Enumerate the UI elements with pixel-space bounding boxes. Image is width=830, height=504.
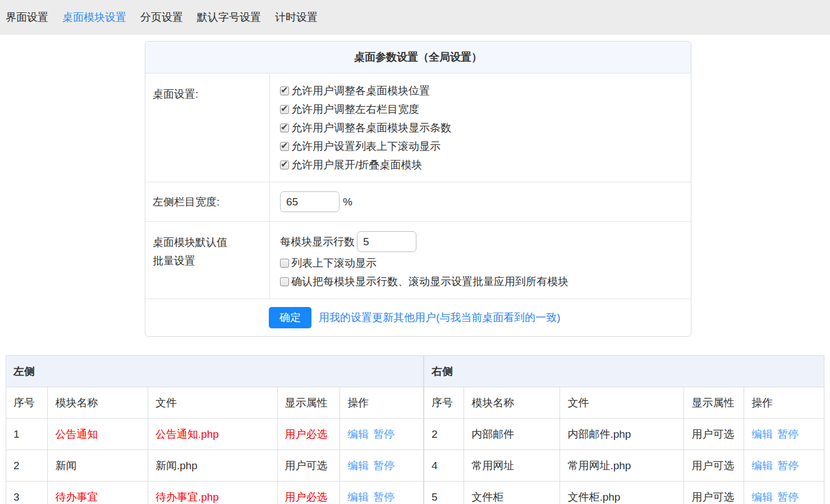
pause-link[interactable]: 暂停: [777, 491, 799, 503]
col-header-attr: 显示属性: [684, 387, 744, 419]
left-modules-table: 左侧 序号 模块名称 文件 显示属性 操作 1 公告通知 公告通知.php 用户…: [6, 355, 424, 504]
cell-display-attr: 用户可选: [277, 450, 340, 482]
col-header-attr: 显示属性: [277, 387, 340, 419]
cell-file: 常用网址.php: [560, 450, 684, 482]
checkbox-label: 允许用户调整各桌面模块位置: [291, 84, 430, 98]
col-header-file: 文件: [560, 387, 684, 419]
left-table-header: 序号 模块名称 文件 显示属性 操作: [6, 387, 424, 419]
confirm-button[interactable]: 确定: [269, 307, 311, 328]
list-scroll-option[interactable]: 列表上下滚动显示: [280, 254, 683, 272]
edit-link[interactable]: 编辑: [751, 491, 773, 503]
cell-operations: 编辑暂停: [744, 450, 824, 482]
allow-move-modules-checkbox[interactable]: [280, 86, 289, 95]
col-header-name: 模块名称: [48, 387, 148, 419]
cell-module-name: 公告通知: [48, 419, 148, 450]
cell-display-attr: 用户可选: [684, 419, 744, 450]
rows-per-module-input[interactable]: [357, 231, 416, 252]
cell-operations: 编辑暂停: [340, 450, 424, 482]
cell-module-name: 文件柜: [464, 482, 560, 504]
col-header-no: 序号: [424, 387, 464, 419]
col-header-op: 操作: [340, 387, 424, 419]
checkbox-label: 允许用户展开/折叠桌面模块: [291, 158, 422, 172]
percent-unit-label: %: [343, 196, 352, 208]
cell-display-attr: 用户必选: [277, 419, 340, 450]
left-section-title: 左侧: [6, 356, 424, 387]
checkbox-label: 确认把每模块显示行数、滚动显示设置批量应用到所有模块: [291, 274, 568, 289]
allow-scroll-display-option[interactable]: 允许用户设置列表上下滚动显示: [280, 137, 683, 155]
cell-no: 2: [6, 450, 48, 482]
edit-link[interactable]: 编辑: [347, 460, 369, 471]
allow-collapse-modules-option[interactable]: 允许用户展开/折叠桌面模块: [280, 155, 683, 174]
cell-operations: 编辑暂停: [340, 419, 424, 450]
desktop-params-panel: 桌面参数设置（全局设置） 桌面设置: 允许用户调整各桌面模块位置 允许用户调整左…: [145, 41, 691, 337]
cell-file: 文件柜.php: [560, 482, 684, 504]
panel-title: 桌面参数设置（全局设置）: [145, 42, 691, 74]
cell-operations: 编辑暂停: [340, 482, 424, 504]
pause-link[interactable]: 暂停: [373, 428, 395, 440]
cell-module-name: 待办事宜: [48, 482, 148, 504]
left-column-width-row: 左侧栏目宽度: %: [145, 182, 691, 221]
cell-no: 5: [424, 482, 464, 504]
left-column-width-label: 左侧栏目宽度:: [145, 182, 270, 221]
cell-file: 内部邮件.php: [560, 419, 684, 450]
checkbox-label: 允许用户设置列表上下滚动显示: [291, 139, 441, 154]
cell-file: 公告通知.php: [148, 419, 277, 450]
update-other-users-link[interactable]: 用我的设置更新其他用户(与我当前桌面看到的一致): [319, 310, 561, 325]
cell-module-name: 常用网址: [464, 450, 560, 482]
allow-scroll-display-checkbox[interactable]: [280, 142, 289, 151]
settings-tabbar: 界面设置 桌面模块设置 分页设置 默认字号设置 计时设置: [0, 0, 830, 35]
pause-link[interactable]: 暂停: [373, 460, 395, 471]
allow-adjust-row-count-checkbox[interactable]: [280, 123, 289, 132]
cell-no: 3: [6, 482, 48, 504]
desktop-settings-label: 桌面设置:: [145, 74, 270, 182]
tab-ui-settings[interactable]: 界面设置: [6, 10, 48, 25]
tab-desktop-modules[interactable]: 桌面模块设置: [62, 10, 126, 25]
col-header-file: 文件: [148, 387, 277, 419]
col-header-no: 序号: [6, 387, 48, 419]
tab-timing[interactable]: 计时设置: [275, 10, 318, 25]
desktop-settings-row: 桌面设置: 允许用户调整各桌面模块位置 允许用户调整左右栏目宽度 允许用户调整各…: [145, 74, 691, 182]
tab-pagination[interactable]: 分页设置: [140, 10, 183, 25]
left-column-width-input[interactable]: [280, 191, 340, 212]
rows-per-module-label: 每模块显示行数: [280, 235, 355, 249]
pause-link[interactable]: 暂停: [373, 491, 395, 503]
table-row: 2 新闻 新闻.php 用户可选 编辑暂停: [6, 450, 424, 482]
cell-display-attr: 用户可选: [684, 482, 744, 504]
cell-file: 待办事宜.php: [148, 482, 277, 504]
allow-adjust-row-count-option[interactable]: 允许用户调整各桌面模块显示条数: [280, 118, 683, 137]
panel-actions-row: 确定 用我的设置更新其他用户(与我当前桌面看到的一致): [145, 299, 691, 336]
cell-no: 2: [424, 419, 464, 450]
table-row: 4 常用网址 常用网址.php 用户可选 编辑暂停: [424, 450, 824, 482]
pause-link[interactable]: 暂停: [777, 460, 799, 471]
cell-no: 4: [424, 450, 464, 482]
cell-no: 1: [6, 419, 48, 450]
list-scroll-checkbox[interactable]: [280, 259, 289, 268]
cell-file: 新闻.php: [148, 450, 277, 482]
batch-defaults-row: 桌面模块默认值 批量设置 每模块显示行数 列表上下滚动显示 确认把每模块显示行数…: [145, 221, 691, 299]
table-row: 5 文件柜 文件柜.php 用户可选 编辑暂停: [424, 482, 824, 504]
checkbox-label: 允许用户调整左右栏目宽度: [291, 102, 419, 117]
cell-operations: 编辑暂停: [744, 419, 824, 450]
allow-adjust-column-width-option[interactable]: 允许用户调整左右栏目宽度: [280, 100, 683, 118]
allow-adjust-column-width-checkbox[interactable]: [280, 105, 289, 114]
col-header-name: 模块名称: [464, 387, 560, 419]
edit-link[interactable]: 编辑: [751, 428, 773, 440]
tab-default-font-size[interactable]: 默认字号设置: [197, 10, 261, 25]
apply-to-all-modules-checkbox[interactable]: [280, 277, 289, 286]
edit-link[interactable]: 编辑: [347, 491, 369, 503]
checkbox-label: 允许用户调整各桌面模块显示条数: [291, 121, 451, 135]
right-section-title: 右侧: [424, 356, 824, 387]
cell-module-name: 内部邮件: [464, 419, 560, 450]
table-row: 3 待办事宜 待办事宜.php 用户必选 编辑暂停: [6, 482, 424, 504]
pause-link[interactable]: 暂停: [777, 428, 799, 440]
edit-link[interactable]: 编辑: [347, 428, 369, 440]
right-modules-table: 右侧 序号 模块名称 文件 显示属性 操作 2 内部邮件 内部邮件.php 用户…: [424, 355, 824, 504]
batch-defaults-label: 桌面模块默认值 批量设置: [145, 222, 270, 299]
apply-to-all-modules-option[interactable]: 确认把每模块显示行数、滚动显示设置批量应用到所有模块: [280, 272, 683, 291]
edit-link[interactable]: 编辑: [751, 460, 773, 471]
allow-move-modules-option[interactable]: 允许用户调整各桌面模块位置: [280, 81, 683, 100]
table-row: 2 内部邮件 内部邮件.php 用户可选 编辑暂停: [424, 419, 824, 450]
allow-collapse-modules-checkbox[interactable]: [280, 161, 289, 169]
cell-display-attr: 用户必选: [277, 482, 340, 504]
col-header-op: 操作: [744, 387, 824, 419]
